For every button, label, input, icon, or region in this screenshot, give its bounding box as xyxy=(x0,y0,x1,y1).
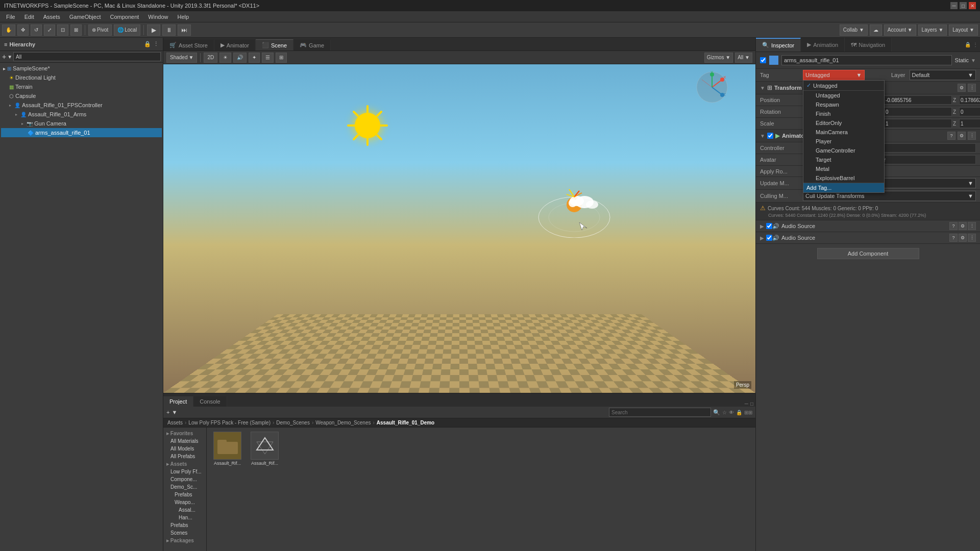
audio-arrow-1[interactable]: ▶ xyxy=(760,223,764,229)
animator-menu[interactable]: ⋮ xyxy=(968,132,976,140)
rot-z-input[interactable] xyxy=(959,107,980,116)
audio-checkbox-1[interactable] xyxy=(766,223,772,229)
eye-icon[interactable]: 👁 xyxy=(729,410,734,415)
asset-search[interactable] xyxy=(609,408,711,417)
tool-scale[interactable]: ⤢ xyxy=(44,24,55,36)
lock-icon[interactable]: 🔒 xyxy=(736,410,742,415)
play-button[interactable]: ▶ xyxy=(147,24,160,36)
tag-item-editoronly[interactable]: EditorOnly xyxy=(803,118,884,128)
close-button[interactable]: ✕ xyxy=(969,2,976,9)
sidebar-weapo[interactable]: Weapo... xyxy=(163,498,206,506)
tree-capsule[interactable]: ⬡ Capsule xyxy=(1,91,162,101)
object-active-checkbox[interactable] xyxy=(760,57,766,63)
tag-item-untagged[interactable]: Untagged xyxy=(803,91,884,100)
rot-y-input[interactable] xyxy=(884,107,952,116)
effects-toggle[interactable]: ✦ xyxy=(249,53,260,63)
path-seg-demo[interactable]: Demo_Scenes xyxy=(276,420,310,425)
sidebar-assets[interactable]: ▸ Assets xyxy=(163,460,206,468)
tool-move[interactable]: ✥ xyxy=(17,24,29,36)
tab-animator[interactable]: ▶ Animator xyxy=(214,40,256,51)
scale-y-input[interactable] xyxy=(884,119,952,128)
inspector-menu[interactable]: ⋮ xyxy=(973,42,978,47)
audio-toggle[interactable]: 🔊 xyxy=(233,53,247,63)
inspector-lock[interactable]: 🔒 xyxy=(965,42,971,47)
bottom-maximize[interactable]: □ xyxy=(750,401,753,407)
sidebar-favorites[interactable]: ▸ Favorites xyxy=(163,430,206,437)
tab-asset-store[interactable]: 🛒 Asset Store xyxy=(163,40,214,51)
tab-project[interactable]: Project xyxy=(163,396,193,407)
tag-item-maincamera[interactable]: MainCamera xyxy=(803,128,884,137)
global-button[interactable]: 🌐 Local xyxy=(114,24,140,36)
animator-question[interactable]: ? xyxy=(947,132,955,140)
menu-edit[interactable]: Edit xyxy=(20,13,38,21)
tab-inspector[interactable]: 🔍 Inspector xyxy=(756,38,801,52)
lighting-toggle[interactable]: ☀ xyxy=(219,53,231,63)
nav-gizmo[interactable]: X Y Z xyxy=(694,69,730,105)
tag-item-target[interactable]: Target xyxy=(803,155,884,164)
menu-assets[interactable]: Assets xyxy=(39,13,64,21)
cloud-button[interactable]: ☁ xyxy=(870,24,882,36)
static-arrow[interactable]: ▼ xyxy=(971,58,976,63)
pos-y-input[interactable] xyxy=(884,95,952,105)
path-seg-assault[interactable]: Assault_Rifle_01_Demo xyxy=(377,420,434,425)
maximize-button[interactable]: □ xyxy=(960,2,967,9)
sidebar-han[interactable]: Han... xyxy=(163,514,206,521)
tab-animation[interactable]: ▶ Animation xyxy=(801,38,845,52)
tag-item-respawn[interactable]: Respawn xyxy=(803,100,884,109)
minimize-button[interactable]: ─ xyxy=(950,2,958,9)
tag-dropdown-button[interactable]: Untagged ▼ xyxy=(803,70,865,80)
sidebar-packages[interactable]: ▸ Packages xyxy=(163,537,206,544)
tool-transform[interactable]: ⊠ xyxy=(70,24,82,36)
scale-z-input[interactable] xyxy=(959,119,980,128)
sidebar-prefabs1[interactable]: Prefabs xyxy=(163,491,206,498)
menu-component[interactable]: Component xyxy=(106,13,143,21)
path-seg-assets[interactable]: Assets xyxy=(167,420,183,425)
tab-console[interactable]: Console xyxy=(193,396,227,407)
all-dropdown[interactable]: All ▼ xyxy=(735,53,752,63)
fps-controller-arrow[interactable]: ▸ xyxy=(9,103,14,108)
audio-1-question[interactable]: ? xyxy=(949,222,958,230)
audio-1-settings[interactable]: ⚙ xyxy=(959,222,967,230)
tool-rect[interactable]: ⊡ xyxy=(57,24,68,36)
animator-checkbox[interactable] xyxy=(767,133,773,139)
bottom-minimize[interactable]: ─ xyxy=(745,401,748,407)
menu-window[interactable]: Window xyxy=(144,13,172,21)
tab-game[interactable]: 🎮 Game xyxy=(293,40,331,51)
hierarchy-lock[interactable]: 🔒 xyxy=(144,41,151,47)
transform-settings[interactable]: ⚙ xyxy=(958,84,966,92)
audio-arrow-2[interactable]: ▶ xyxy=(760,235,764,241)
scene-vis-toggle[interactable]: ☰ xyxy=(262,53,274,63)
tag-dropdown-menu[interactable]: ✓ Untagged Untagged Respawn Finish Edito… xyxy=(803,80,885,193)
object-name-input[interactable] xyxy=(781,55,952,65)
sidebar-lowpoly[interactable]: Low Poly Ff... xyxy=(163,468,206,475)
pos-z-input[interactable] xyxy=(959,95,980,105)
tree-arms-rifle[interactable]: 🔷 arms_assault_rifle_01 xyxy=(1,128,162,137)
gun-camera-arrow[interactable]: ▸ xyxy=(21,121,27,126)
tag-item-metal[interactable]: Metal xyxy=(803,164,884,173)
tree-fps-controller[interactable]: ▸ 👤 Assault_Rifle_01_FPSController xyxy=(1,101,162,110)
tag-item-explosivebarrel[interactable]: ExplosiveBarrel xyxy=(803,173,884,183)
menu-help[interactable]: Help xyxy=(173,13,193,21)
audio-2-question[interactable]: ? xyxy=(949,234,958,242)
asset-add-btn[interactable]: + xyxy=(166,409,169,415)
tool-rotate[interactable]: ↺ xyxy=(31,24,42,36)
grid-toggle[interactable]: ⊞ xyxy=(276,53,287,63)
path-seg-lowpoly[interactable]: Low Poly FPS Pack - Free (Sample) xyxy=(188,420,271,425)
sidebar-all-models[interactable]: All Models xyxy=(163,445,206,453)
scene-view[interactable]: X Y Z Persp xyxy=(163,64,755,393)
hierarchy-menu-btn[interactable]: ▼ xyxy=(7,54,12,60)
hierarchy-menu[interactable]: ⋮ xyxy=(153,41,159,47)
pivot-button[interactable]: ⊕ Pivot xyxy=(88,24,112,36)
path-seg-weapon[interactable]: Weapon_Demo_Scenes xyxy=(315,420,371,425)
audio-2-menu[interactable]: ⋮ xyxy=(968,234,976,242)
account-button[interactable]: Account ▼ xyxy=(884,24,916,36)
asset-item-unity[interactable]: Assault_Rif... xyxy=(248,432,281,466)
sidebar-scenes[interactable]: Scenes xyxy=(163,529,206,537)
star-icon[interactable]: ☆ xyxy=(722,410,727,415)
audio-1-menu[interactable]: ⋮ xyxy=(968,222,976,230)
hierarchy-add-btn[interactable]: + xyxy=(2,53,6,61)
slider-icon[interactable]: ⊞⊞ xyxy=(744,410,752,415)
step-button[interactable]: ⏭ xyxy=(178,24,191,36)
sidebar-assal[interactable]: Assal... xyxy=(163,506,206,514)
add-component-button[interactable]: Add Component xyxy=(817,248,919,259)
